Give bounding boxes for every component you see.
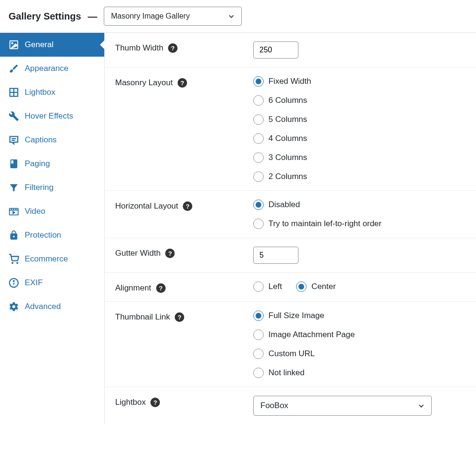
cart-icon (9, 254, 19, 264)
radio-4-columns[interactable]: 4 Columns (253, 133, 466, 144)
sidebar-item-label: Protection (25, 230, 61, 240)
field-horizontal-layout: Horizontal Layout ? Disabled Try to main… (105, 191, 476, 238)
book-icon (9, 159, 19, 169)
sidebar-item-label: Lightbox (25, 88, 55, 97)
gutter-width-input[interactable] (253, 247, 298, 264)
wrench-icon (9, 111, 19, 121)
sidebar-item-label: Paging (25, 159, 50, 169)
main-layout: General Appearance Lightbox Hover Effect… (0, 33, 476, 424)
radio-attachment-page[interactable]: Image Attachment Page (253, 330, 466, 340)
field-thumbnail-link: Thumbnail Link ? Full Size Image Image A… (105, 302, 476, 387)
radio-full-size[interactable]: Full Size Image (253, 310, 466, 321)
svg-point-1 (11, 42, 13, 44)
brush-icon (9, 63, 19, 74)
template-select[interactable]: Masonry Image Gallery (104, 7, 242, 26)
grid-icon (9, 87, 19, 98)
chevron-down-icon (418, 402, 425, 409)
help-icon[interactable]: ? (183, 201, 192, 211)
field-label: Lightbox ? (115, 396, 253, 407)
radio-disabled[interactable]: Disabled (253, 200, 466, 210)
field-label: Alignment ? (115, 281, 253, 293)
sidebar-item-protection[interactable]: Protection (0, 223, 104, 247)
help-icon[interactable]: ? (156, 283, 166, 293)
sidebar-item-lightbox[interactable]: Lightbox (0, 80, 104, 104)
sidebar-item-label: Filtering (25, 183, 53, 192)
svg-point-13 (17, 262, 18, 263)
help-icon[interactable]: ? (165, 249, 175, 258)
header-dash: — (88, 11, 97, 22)
radio-fixed-width[interactable]: Fixed Width (253, 76, 466, 87)
sidebar-item-label: Ecommerce (25, 254, 68, 264)
masonry-layout-radio-group: Fixed Width 6 Columns 5 Columns 4 Column… (253, 76, 466, 182)
radio-5-columns[interactable]: 5 Columns (253, 114, 466, 125)
filter-icon (9, 182, 19, 193)
field-alignment: Alignment ? Left Center (105, 273, 476, 302)
thumb-width-input[interactable] (253, 41, 298, 59)
sidebar-item-ecommerce[interactable]: Ecommerce (0, 247, 104, 271)
chevron-down-icon (228, 13, 235, 20)
settings-header: Gallery Settings — Masonry Image Gallery (0, 0, 476, 32)
field-label: Thumb Width ? (115, 41, 253, 53)
lock-icon (9, 230, 19, 240)
settings-sidebar: General Appearance Lightbox Hover Effect… (0, 33, 105, 424)
radio-left[interactable]: Left (253, 281, 282, 292)
field-gutter-width: Gutter Width ? (105, 238, 476, 273)
field-label: Masonry Layout ? (115, 76, 253, 88)
sidebar-item-filtering[interactable]: Filtering (0, 176, 104, 200)
sidebar-item-general[interactable]: General (0, 33, 104, 57)
header-title: Gallery Settings (9, 11, 81, 22)
sidebar-item-label: Appearance (25, 64, 69, 73)
sidebar-item-label: Advanced (25, 302, 61, 311)
field-masonry-layout: Masonry Layout ? Fixed Width 6 Columns 5… (105, 68, 476, 191)
field-label: Gutter Width ? (115, 247, 253, 258)
horizontal-layout-radio-group: Disabled Try to maintain lef-to-right or… (253, 200, 466, 229)
sidebar-item-label: General (25, 40, 53, 50)
sidebar-item-advanced[interactable]: Advanced (0, 295, 104, 319)
lightbox-select[interactable]: FooBox (253, 396, 432, 416)
radio-6-columns[interactable]: 6 Columns (253, 95, 466, 106)
template-select-value: Masonry Image Gallery (111, 12, 189, 20)
sidebar-item-exif[interactable]: EXIF (0, 271, 104, 295)
thumbnail-link-radio-group: Full Size Image Image Attachment Page Cu… (253, 310, 466, 378)
sidebar-item-label: EXIF (25, 278, 43, 288)
settings-content: Thumb Width ? Masonry Layout ? Fixed Wid… (105, 33, 476, 424)
sidebar-item-label: Video (25, 207, 45, 216)
radio-2-columns[interactable]: 2 Columns (253, 171, 466, 182)
field-lightbox: Lightbox ? FooBox (105, 387, 476, 424)
help-icon[interactable]: ? (168, 43, 178, 53)
gear-icon (9, 301, 19, 312)
radio-center[interactable]: Center (296, 281, 336, 292)
sidebar-item-hover-effects[interactable]: Hover Effects (0, 104, 104, 128)
lightbox-select-value: FooBox (260, 401, 288, 410)
radio-maintain-order[interactable]: Try to maintain lef-to-right order (253, 219, 466, 229)
sidebar-item-paging[interactable]: Paging (0, 152, 104, 176)
radio-3-columns[interactable]: 3 Columns (253, 152, 466, 163)
field-label: Horizontal Layout ? (115, 200, 253, 211)
sidebar-item-label: Hover Effects (25, 111, 73, 121)
help-icon[interactable]: ? (150, 398, 160, 407)
field-label: Thumbnail Link ? (115, 310, 253, 322)
field-thumb-width: Thumb Width ? (105, 33, 476, 68)
help-icon[interactable]: ? (175, 312, 184, 322)
image-icon (9, 40, 19, 50)
radio-custom-url[interactable]: Custom URL (253, 349, 466, 359)
help-icon[interactable]: ? (178, 78, 187, 88)
radio-not-linked[interactable]: Not linked (253, 368, 466, 378)
alignment-radio-group: Left Center (253, 281, 466, 292)
sidebar-item-video[interactable]: Video (0, 200, 104, 223)
video-icon (9, 206, 19, 217)
sidebar-item-captions[interactable]: Captions (0, 128, 104, 152)
svg-point-12 (12, 262, 13, 263)
comment-icon (9, 135, 19, 145)
svg-point-16 (13, 280, 14, 281)
sidebar-item-appearance[interactable]: Appearance (0, 57, 104, 80)
sidebar-item-label: Captions (25, 135, 57, 145)
info-icon (9, 278, 19, 288)
